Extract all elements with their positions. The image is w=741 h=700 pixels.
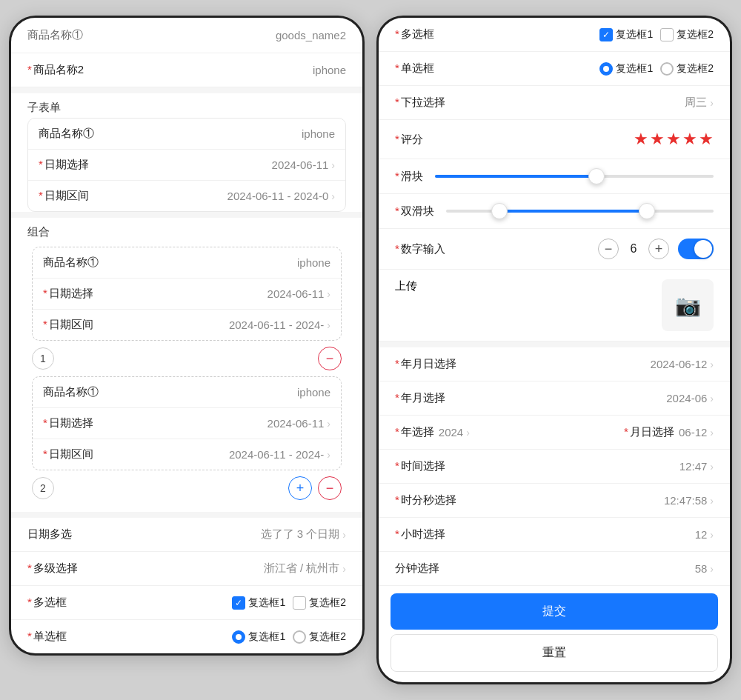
right-cb-label-2: 复选框2 <box>677 28 714 41</box>
upload-box[interactable]: 📷 <box>662 279 714 331</box>
combo1-date-row[interactable]: 日期选择 2024-06-11 › <box>33 279 341 310</box>
left-rb-item-2[interactable]: 复选框2 <box>293 630 346 644</box>
combo2-goods-label: 商品名称① <box>43 385 99 399</box>
right-cb-box-2[interactable] <box>660 28 674 41</box>
time-chevron: › <box>710 461 714 473</box>
date-multi-value: 选了了 3 个日期 › <box>261 527 346 541</box>
left-cb-box-1[interactable]: ✓ <box>232 596 245 610</box>
right-rb-item-2[interactable]: 复选框2 <box>660 62 714 76</box>
sub-date-range-chevron: › <box>331 190 335 202</box>
sub-table-card: 商品名称① iphone 日期选择 2024-06-11 › 日期区间 2024… <box>27 118 346 212</box>
combo2-minus-btn[interactable]: − <box>318 476 342 500</box>
star-1[interactable]: ★ <box>634 130 648 149</box>
right-cb-box-1[interactable]: ✓ <box>599 28 613 41</box>
star-2[interactable]: ★ <box>650 130 665 149</box>
left-rb-item-1[interactable]: 复选框1 <box>232 630 285 644</box>
minute-row[interactable]: 分钟选择 58 › <box>379 552 730 586</box>
combo2-goods-value: iphone <box>297 386 330 399</box>
sub-date-row[interactable]: 日期选择 2024-06-11 › <box>28 150 345 181</box>
year-md-inline-row[interactable]: 年选择 2024 › 月日选择 06-12 › <box>379 416 730 450</box>
left-rb-circle-2[interactable] <box>293 630 306 644</box>
date-multi-chevron: › <box>342 529 346 541</box>
left-cb-item-1[interactable]: ✓ 复选框1 <box>232 596 285 610</box>
num-stepper[interactable]: − 6 + <box>598 239 669 259</box>
dslider-thumb-right[interactable] <box>639 203 655 219</box>
combo1-range-row[interactable]: 日期区间 2024-06-11 - 2024- › <box>33 310 341 340</box>
ymd-row[interactable]: 年月日选择 2024-06-12 › <box>379 347 730 381</box>
dropdown-row[interactable]: 下拉选择 周三 › <box>379 86 730 120</box>
year-chevron: › <box>466 427 470 439</box>
sub-date-label: 日期选择 <box>39 158 89 172</box>
combo1-minus-btn[interactable]: − <box>318 347 342 370</box>
right-rb-label-1: 复选框1 <box>616 62 653 76</box>
star-5[interactable]: ★ <box>699 130 714 149</box>
sub-date-value: 2024-06-11 › <box>272 159 335 171</box>
combo1-goods-label: 商品名称① <box>43 256 99 270</box>
combo1-goods-value: iphone <box>297 256 330 269</box>
left-cb-item-2[interactable]: 复选框2 <box>293 596 346 610</box>
upload-row[interactable]: 上传 📷 <box>379 270 730 341</box>
star-4[interactable]: ★ <box>682 130 697 149</box>
number-input-row[interactable]: 数字输入 − 6 + <box>379 229 730 270</box>
double-slider-row[interactable]: 双滑块 <box>379 194 730 229</box>
rating-row[interactable]: 评分 ★ ★ ★ ★ ★ <box>379 120 730 159</box>
right-rb-circle-1[interactable] <box>599 62 613 76</box>
slider-row[interactable]: 滑块 <box>379 159 730 194</box>
combo2-goods-row[interactable]: 商品名称① iphone <box>33 377 341 408</box>
right-cb-item-2[interactable]: 复选框2 <box>660 28 714 41</box>
minute-value: 58 › <box>695 562 714 575</box>
goods-name2-value: iphone <box>313 64 346 76</box>
right-radio-label: 单选框 <box>395 61 434 76</box>
left-checkbox-label: 多选框 <box>27 596 67 610</box>
slider-container[interactable] <box>435 169 714 184</box>
combo1-range-label: 日期区间 <box>43 318 93 332</box>
right-rb-item-1[interactable]: 复选框1 <box>599 62 653 76</box>
combo2-range-value: 2024-06-11 - 2024- › <box>229 448 330 461</box>
sub-date-range-row[interactable]: 日期区间 2024-06-11 - 2024-0 › <box>28 181 345 211</box>
time-row[interactable]: 时间选择 12:47 › <box>379 450 730 484</box>
combo2-date-row[interactable]: 日期选择 2024-06-11 › <box>33 408 341 439</box>
submit-button[interactable]: 提交 <box>391 593 718 630</box>
right-cb-item-1[interactable]: ✓ 复选框1 <box>599 28 653 41</box>
combo1-actions-row: 1 − <box>21 341 352 376</box>
ym-row[interactable]: 年月选择 2024-06 › <box>379 381 730 416</box>
ymd-value: 2024-06-12 › <box>651 358 714 370</box>
sub-goods-name-row[interactable]: 商品名称① iphone <box>28 119 345 150</box>
sub-goods-name-label: 商品名称① <box>39 127 94 141</box>
sub-date-chevron: › <box>331 159 335 171</box>
combo2-plus-btn[interactable]: + <box>288 476 312 500</box>
combo1-goods-row[interactable]: 商品名称① iphone <box>33 247 341 279</box>
slider-thumb[interactable] <box>588 168 605 184</box>
rating-stars[interactable]: ★ ★ ★ ★ ★ <box>634 130 714 149</box>
hour-row[interactable]: 小时选择 12 › <box>379 518 730 552</box>
date-multi-row[interactable]: 日期多选 选了了 3 个日期 › <box>11 518 362 552</box>
hour-chevron: › <box>710 529 714 541</box>
time-second-row[interactable]: 时分秒选择 12:47:58 › <box>379 484 730 518</box>
time-value: 12:47 › <box>679 460 714 473</box>
md-value: 06-12 › <box>679 426 714 439</box>
left-rb-circle-1[interactable] <box>232 630 245 644</box>
header-label: 商品名称① <box>27 28 83 42</box>
toggle-switch[interactable] <box>678 239 714 259</box>
right-checkbox-label: 多选框 <box>395 27 434 41</box>
star-3[interactable]: ★ <box>666 130 681 149</box>
reset-button[interactable]: 重置 <box>391 634 718 672</box>
combo2-range-label: 日期区间 <box>43 447 93 461</box>
ym-value: 2024-06 › <box>666 392 714 404</box>
num-minus-btn[interactable]: − <box>598 239 619 259</box>
goods-name2-row[interactable]: 商品名称2 iphone <box>11 53 362 87</box>
multi-select-row[interactable]: 多级选择 浙江省 / 杭州市 › <box>11 552 362 586</box>
slider-fill <box>435 175 597 178</box>
left-cb-label-1: 复选框1 <box>248 596 285 610</box>
num-plus-btn[interactable]: + <box>648 239 669 259</box>
right-checkbox-group: ✓ 复选框1 复选框2 <box>599 28 714 41</box>
dslider-thumb-left[interactable] <box>491 203 508 219</box>
sub-date-range-value: 2024-06-11 - 2024-0 › <box>227 190 335 202</box>
num-value: 6 <box>626 242 641 256</box>
double-slider-container[interactable] <box>446 204 714 219</box>
right-rb-circle-2[interactable] <box>660 62 674 76</box>
left-cb-box-2[interactable] <box>293 596 306 610</box>
ymd-chevron: › <box>710 359 714 370</box>
combo2-range-row[interactable]: 日期区间 2024-06-11 - 2024- › <box>33 439 341 470</box>
divider1 <box>11 87 362 93</box>
